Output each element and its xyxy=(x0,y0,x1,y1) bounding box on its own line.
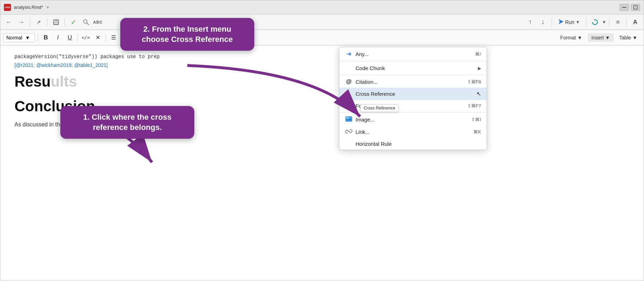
menu-item-image[interactable]: Image... ⇧⌘I xyxy=(339,113,487,126)
top-callout: 2. From the Insert menu choose Cross Ref… xyxy=(120,18,254,51)
separator-2 xyxy=(339,75,487,75)
editor-window: rmd analysis.Rmd* × ← → ↗ ✓ ABC xyxy=(0,0,644,281)
style-label: Normal xyxy=(6,35,22,40)
insert-menu-button[interactable]: Insert ▼ xyxy=(588,33,614,42)
minimize-button[interactable] xyxy=(620,4,629,11)
dropdown-arrow-icon: ▼ xyxy=(25,35,30,40)
strikethrough-button[interactable]: ✕ xyxy=(93,33,103,43)
cross-reference-label: Cross Reference xyxy=(356,91,474,97)
image-shortcut: ⇧⌘I xyxy=(471,117,481,122)
svg-rect-3 xyxy=(55,20,57,21)
table-menu-button[interactable]: Table ▼ xyxy=(616,33,641,42)
bottom-callout: 1. Click where the cross reference belon… xyxy=(60,106,194,139)
main-toolbar: ← → ↗ ✓ ABC ↑ ↓ ⮞ Run ▼ xyxy=(0,14,644,30)
jump-button[interactable]: ↗ xyxy=(33,17,44,27)
any-label: Any... xyxy=(356,51,475,57)
align-button[interactable]: ≡ xyxy=(612,17,624,27)
menu-item-link[interactable]: Link... ⌘K xyxy=(339,126,487,138)
forward-button[interactable]: → xyxy=(16,17,27,27)
code-chunk-label: Code Chunk xyxy=(356,65,478,71)
divider-5 xyxy=(586,18,587,26)
title-bar: rmd analysis.Rmd* × xyxy=(0,0,644,14)
maximize-button[interactable] xyxy=(631,4,640,11)
svg-rect-0 xyxy=(622,7,626,8)
citation-icon: @ xyxy=(345,79,353,85)
citation-label: Citation... xyxy=(356,79,467,85)
format-menu-button[interactable]: Format ▼ xyxy=(557,33,586,42)
close-tab-button[interactable]: × xyxy=(47,5,49,10)
svg-rect-1 xyxy=(634,6,637,9)
underline-button[interactable]: U xyxy=(65,33,75,43)
table-menu-arrow: ▼ xyxy=(632,35,637,40)
save-button[interactable] xyxy=(50,17,62,27)
menu-item-code-chunk[interactable]: Code Chunk ▶ xyxy=(339,62,487,74)
link-shortcut: ⌘K xyxy=(473,129,481,135)
list-button[interactable]: ☰ xyxy=(109,33,119,43)
divider-6 xyxy=(609,18,609,26)
insert-dropdown-menu: ➜ Any... ⌘/ Code Chunk ▶ @ Citation... ⇧… xyxy=(339,47,487,150)
code-chunk-arrow-icon: ▶ xyxy=(478,66,481,71)
any-shortcut: ⌘/ xyxy=(475,51,481,57)
toolbar-right: ↑ ↓ ⮞ Run ▼ ▼ ≡ A xyxy=(525,17,641,27)
style-dropdown[interactable]: Normal ▼ xyxy=(3,33,35,42)
heading-results: Resuults xyxy=(14,74,325,90)
italic-button[interactable]: I xyxy=(53,33,63,43)
check-button[interactable]: ✓ xyxy=(68,17,79,27)
menu-item-citation[interactable]: @ Citation... ⇧⌘F8 xyxy=(339,76,487,88)
filename-label: analysis.Rmd* xyxy=(14,5,43,10)
back-button[interactable]: ← xyxy=(3,17,14,27)
spinner-button[interactable] xyxy=(589,17,601,27)
separator-3 xyxy=(339,112,487,113)
format-divider-1 xyxy=(38,34,38,41)
any-icon: ➜ xyxy=(345,50,353,58)
horizontal-rule-label: Horizontal Rule xyxy=(356,141,481,147)
format-toolbar: Normal ▼ B I U </> ✕ ☰ 1≡ Format ▼ Inser… xyxy=(0,30,644,45)
citation-line: [@r2021; @wickham2019; @table1_2021] xyxy=(14,62,325,68)
svg-rect-4 xyxy=(55,23,57,25)
code-button[interactable]: </> xyxy=(81,33,91,43)
separator-1 xyxy=(339,61,487,62)
divider-3 xyxy=(65,18,65,26)
svg-rect-8 xyxy=(346,117,352,121)
spinner-arrow: ▼ xyxy=(602,20,606,25)
font-button[interactable]: A xyxy=(630,17,641,27)
scroll-down-button[interactable]: ↓ xyxy=(537,17,549,27)
run-label: Run xyxy=(565,19,575,25)
scroll-up-button[interactable]: ↑ xyxy=(525,17,536,27)
image-icon xyxy=(345,116,353,123)
menu-item-cross-reference[interactable]: Cross Reference ↖ xyxy=(339,88,487,100)
svg-point-7 xyxy=(593,20,597,25)
abc-label: ABC xyxy=(93,20,103,24)
window-controls xyxy=(620,4,640,11)
link-label: Link... xyxy=(356,129,473,135)
menu-item-any[interactable]: ➜ Any... ⌘/ xyxy=(339,47,487,61)
citation-shortcut: ⇧⌘F8 xyxy=(467,79,481,85)
divider-4 xyxy=(552,18,552,26)
divider-7 xyxy=(626,18,627,26)
rmd-icon: rmd xyxy=(4,4,11,11)
cross-reference-tooltip: Cross Reference xyxy=(360,104,399,112)
bold-button[interactable]: B xyxy=(41,33,51,43)
svg-line-6 xyxy=(87,23,89,25)
format-menu-arrow: ▼ xyxy=(577,35,582,40)
divider-1 xyxy=(30,18,30,26)
cursor-icon: ↖ xyxy=(476,90,481,97)
insert-menu-arrow: ▼ xyxy=(605,35,610,40)
format-divider-3 xyxy=(105,34,106,41)
svg-point-5 xyxy=(84,20,87,23)
image-label: Image... xyxy=(356,117,471,123)
editor-content: packageVersion("tidyverse")) packages us… xyxy=(0,47,339,281)
code-line: packageVersion("tidyverse")) packages us… xyxy=(14,54,325,60)
link-icon xyxy=(345,129,353,135)
svg-point-9 xyxy=(347,117,348,119)
divider-2 xyxy=(47,18,48,26)
format-divider-2 xyxy=(78,34,78,41)
footnote-shortcut: ⇧⌘F7 xyxy=(467,103,481,108)
run-button[interactable]: ⮞ Run ▼ xyxy=(555,18,584,27)
search-button[interactable] xyxy=(80,17,92,27)
menu-item-horizontal-rule[interactable]: Horizontal Rule xyxy=(339,138,487,150)
